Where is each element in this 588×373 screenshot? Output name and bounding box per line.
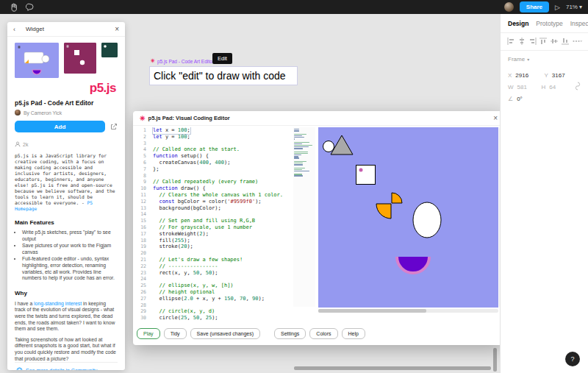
tab-inspect[interactable]: Inspect — [570, 20, 588, 27]
align-top-icon[interactable] — [539, 37, 548, 46]
author-byline: By Cameron Yick — [15, 110, 118, 116]
line-number: 4 — [136, 146, 146, 153]
align-right-icon[interactable] — [528, 37, 537, 46]
why-heading: Why — [15, 290, 118, 296]
code-line[interactable]: 11 // Clears the whole canvas with 1 col… — [136, 192, 292, 199]
code-line[interactable]: 15 // Set pen and fill using R,G,B — [136, 218, 292, 224]
align-left-icon[interactable] — [506, 37, 515, 46]
colors-button[interactable]: Colors — [309, 328, 337, 339]
code-line[interactable]: 7}; — [136, 166, 292, 173]
properties-panel: Design Prototype Inspect Frame▾ X2916 Y3… — [500, 14, 588, 373]
add-widget-button[interactable]: Add — [15, 121, 105, 132]
help-button[interactable]: ? — [565, 352, 580, 366]
code-line[interactable]: 2let y = 100; — [136, 134, 292, 141]
line-number: 7 — [136, 166, 146, 173]
comment-tool-icon[interactable] — [22, 0, 38, 14]
rotation-field[interactable]: ∠0° — [508, 96, 546, 102]
community-details-link[interactable]: See more details in Community — [26, 368, 97, 370]
code-line[interactable]: 26 // height optional — [136, 289, 292, 296]
code-line[interactable]: 8 — [136, 173, 292, 180]
canvas-horizontal-scrollbar[interactable] — [294, 366, 491, 370]
tab-prototype[interactable]: Prototype — [536, 20, 562, 27]
why-paragraph-2: Taking screenshots of how art looked at … — [15, 337, 118, 362]
code-line[interactable]: 1let x = 100; — [136, 127, 292, 134]
code-line[interactable]: 17 strokeWeight(2); — [136, 231, 292, 238]
code-line[interactable]: 14 — [136, 211, 292, 218]
tab-design[interactable]: Design — [508, 20, 528, 27]
hand-tool-icon[interactable] — [6, 0, 22, 14]
p5-widget-on-canvas[interactable]: Click "edit" to draw with code — [149, 66, 298, 85]
minimap-line — [294, 174, 302, 174]
code-line[interactable]: 22 // ---------------- — [136, 263, 292, 270]
code-text: }; — [153, 166, 159, 173]
code-minimap[interactable] — [293, 127, 315, 307]
close-icon[interactable]: × — [115, 25, 119, 33]
line-number: 1 — [136, 127, 146, 134]
long-standing-interest-link[interactable]: long-standing interest — [34, 301, 82, 306]
align-bottom-icon[interactable] — [561, 37, 570, 46]
code-line[interactable]: 5function setup() { — [136, 153, 292, 160]
code-line[interactable]: 13 background(bgColor); — [136, 205, 292, 212]
code-line[interactable]: 12 const bgColor = color('#9599f0'); — [136, 199, 292, 205]
code-text: function setup() { — [153, 153, 209, 160]
help-button[interactable]: Help — [342, 328, 365, 339]
present-icon[interactable]: ▷ — [555, 4, 560, 11]
modal-title: p5.js Pad: Visual Coding Editor — [148, 115, 230, 121]
zoom-menu[interactable]: 71%▾ — [566, 4, 582, 10]
code-line[interactable]: 20 — [136, 250, 292, 257]
code-line[interactable]: 18 fill(255); — [136, 238, 292, 244]
save-button[interactable]: Save (unsaved changes) — [190, 328, 260, 339]
tidy-up-icon[interactable] — [572, 37, 582, 46]
width-field[interactable]: W581 — [508, 84, 542, 90]
code-line[interactable]: 6 createCanvas(400, 400); — [136, 160, 292, 166]
code-line[interactable]: 30 circle(25, 50, 25); — [136, 315, 292, 322]
settings-button[interactable]: Settings — [274, 328, 306, 339]
feature-item: Save pictures of your work to the Figjam… — [22, 243, 118, 255]
edit-button[interactable]: Edit — [212, 53, 232, 64]
author-avatar[interactable] — [15, 110, 21, 116]
y-field[interactable]: Y3167 — [545, 72, 581, 79]
code-line[interactable]: 9// Called repeatedly (every frame) — [136, 179, 292, 185]
align-horizontal-center-icon[interactable] — [517, 37, 526, 46]
code-line[interactable]: 3 — [136, 141, 292, 147]
gallery-thumbnail-1[interactable] — [15, 43, 59, 78]
share-link-icon[interactable] — [110, 123, 118, 130]
line-number: 21 — [136, 257, 146, 263]
coding-editor-modal: ✳ p5.js Pad: Visual Coding Editor × 1let… — [133, 111, 504, 345]
screenshot-gallery — [15, 43, 118, 78]
code-line[interactable]: 4// Called once at the start. — [136, 146, 292, 153]
code-line[interactable]: 21 // Let's draw a few shapes! — [136, 257, 292, 263]
code-line[interactable]: 23 rect(x, y, 50, 50); — [136, 270, 292, 277]
height-field[interactable]: H64 — [542, 84, 576, 90]
code-line[interactable]: 24 — [136, 276, 292, 283]
canvas-widget-label[interactable]: ✳ p5.js Pad - Code Art Editor - C — [151, 58, 221, 64]
align-vertical-center-icon[interactable] — [550, 37, 559, 46]
code-line[interactable]: 25 // ellipse(x, y, w, [h]) — [136, 283, 292, 289]
code-line[interactable]: 29 // circle(x, y, d) — [136, 308, 292, 315]
gallery-thumbnail-3[interactable] — [101, 43, 118, 57]
code-editor[interactable]: 1let x = 100;2let y = 100;34// Called on… — [136, 127, 292, 323]
x-field[interactable]: X2916 — [508, 72, 545, 79]
preview-dot — [359, 168, 363, 172]
preview-horizontal-scrollbar[interactable] — [318, 309, 498, 313]
line-number: 17 — [136, 231, 146, 238]
code-line[interactable]: 10function draw() { — [136, 185, 292, 192]
constrain-proportions-icon[interactable] — [575, 82, 581, 92]
back-icon[interactable]: ‹ — [13, 26, 15, 33]
share-button[interactable]: Share — [520, 1, 549, 13]
code-line[interactable]: 19 stroke(20); — [136, 244, 292, 250]
p5-logo-icon: ✳ — [140, 115, 146, 122]
close-icon[interactable]: × — [493, 114, 498, 122]
why-paragraph-1: I have a long-standing interest in keepi… — [15, 301, 118, 333]
tidy-button[interactable]: Tidy — [164, 328, 187, 339]
gallery-thumbnail-2[interactable] — [64, 43, 96, 74]
play-button[interactable]: Play — [137, 328, 160, 339]
canvas-vertical-scrollbar[interactable] — [493, 348, 497, 372]
user-avatar[interactable] — [504, 2, 514, 12]
frame-section-header[interactable]: Frame▾ — [501, 51, 588, 68]
code-line[interactable]: 16 // For grayscale, use 1 number — [136, 224, 292, 231]
line-number: 22 — [136, 263, 146, 270]
code-line[interactable]: 28 — [136, 302, 292, 309]
code-line[interactable]: 27 ellipse(2.0 + x, y + 150, 70, 90); — [136, 296, 292, 302]
line-number: 16 — [136, 224, 146, 231]
